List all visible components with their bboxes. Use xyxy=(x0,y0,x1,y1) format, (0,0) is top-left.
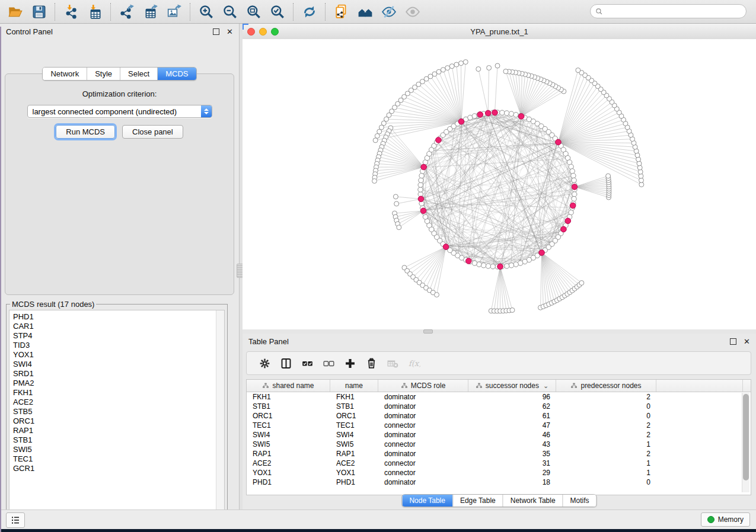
zoom-fit-icon xyxy=(246,4,261,20)
table-scrollbar[interactable] xyxy=(742,393,749,492)
table-row[interactable]: YOX1YOX1connector291 xyxy=(247,468,751,477)
cell: PHD1 xyxy=(247,478,330,486)
table-row[interactable]: TEC1TEC1connector472 xyxy=(247,421,751,430)
status-bar: Memory xyxy=(0,509,756,529)
network-from-selection-button[interactable] xyxy=(330,2,353,22)
table-row[interactable]: FKH1FKH1dominator962 xyxy=(247,392,751,402)
column-header-predecessor-nodes[interactable]: predecessor nodes xyxy=(556,380,656,392)
mcds-list-scrollbar[interactable] xyxy=(216,310,224,517)
table-row[interactable]: STB1STB1dominator620 xyxy=(247,402,751,411)
cell: YOX1 xyxy=(247,469,330,477)
splitter-grip[interactable] xyxy=(423,329,433,334)
column-label: MCDS role xyxy=(411,382,446,390)
mcds-result-item[interactable]: YOX1 xyxy=(13,350,224,360)
mcds-result-title: MCDS result (17 nodes) xyxy=(10,300,96,309)
mcds-result-item[interactable]: PMA2 xyxy=(13,379,224,388)
close-panel-button[interactable]: Close panel xyxy=(122,125,183,139)
close-panel-icon[interactable]: ✕ xyxy=(227,28,233,36)
show-all-networks-icon xyxy=(358,4,373,20)
cell: 0 xyxy=(556,402,656,411)
tab-mcds[interactable]: MCDS xyxy=(157,68,196,80)
tab-select[interactable]: Select xyxy=(120,68,157,80)
table-row[interactable]: SWI5SWI5connector431 xyxy=(247,440,751,449)
open-session-button[interactable] xyxy=(4,2,27,22)
task-history-button[interactable] xyxy=(6,512,25,528)
deselect-all-columns-button[interactable] xyxy=(319,354,338,372)
mcds-result-item[interactable]: STP4 xyxy=(13,331,224,341)
minimize-window-icon[interactable] xyxy=(259,28,267,36)
import-table-button[interactable] xyxy=(83,2,107,22)
float-panel-icon[interactable] xyxy=(730,338,736,345)
mcds-result-item[interactable]: ORC1 xyxy=(13,416,224,426)
select-all-columns-button[interactable] xyxy=(298,354,317,372)
hide-selected-button[interactable] xyxy=(377,2,401,22)
tab-network[interactable]: Network xyxy=(43,68,87,80)
table-row[interactable]: ORC1ORC1dominator610 xyxy=(247,411,751,421)
table-row[interactable]: RAP1RAP1dominator352 xyxy=(247,449,751,459)
run-mcds-button[interactable]: Run MCDS xyxy=(56,125,115,139)
create-column-button[interactable] xyxy=(340,354,359,372)
zoom-in-button[interactable] xyxy=(194,2,218,22)
mcds-result-item[interactable]: RAP1 xyxy=(13,426,224,435)
tab-node-table[interactable]: Node Table xyxy=(402,495,452,507)
column-header-mcds-role[interactable]: MCDS role xyxy=(378,380,468,392)
table-settings-button[interactable] xyxy=(255,354,274,372)
optimization-criterion-select[interactable]: largest connected component (undirected) xyxy=(27,105,212,118)
export-network-button[interactable] xyxy=(115,2,139,22)
import-network-button[interactable] xyxy=(59,2,83,22)
export-table-button[interactable] xyxy=(139,2,162,22)
search-input[interactable] xyxy=(606,7,741,16)
cell: STB1 xyxy=(330,402,378,411)
tab-motifs[interactable]: Motifs xyxy=(563,495,596,507)
table-row[interactable]: ACE2ACE2connector311 xyxy=(247,459,751,468)
show-hidden-button[interactable] xyxy=(401,2,425,22)
zoom-selected-button[interactable] xyxy=(266,2,289,22)
export-image-button[interactable] xyxy=(162,2,186,22)
cell: FKH1 xyxy=(330,393,378,401)
export-network-icon xyxy=(119,4,135,20)
zoom-out-button[interactable] xyxy=(218,2,242,22)
mcds-result-item[interactable]: CAR1 xyxy=(13,322,224,331)
mcds-result-item[interactable]: FKH1 xyxy=(13,388,224,398)
column-header-name[interactable]: name xyxy=(330,380,378,392)
scrollbar-thumb[interactable] xyxy=(743,394,749,480)
mcds-result-item[interactable]: TEC1 xyxy=(13,454,224,464)
show-all-networks-button[interactable] xyxy=(353,2,377,22)
list-icon xyxy=(11,515,20,525)
column-panes-button[interactable] xyxy=(276,354,295,372)
mcds-result-item[interactable]: SWI5 xyxy=(13,445,224,454)
column-label: shared name xyxy=(272,382,314,390)
close-panel-icon[interactable]: ✕ xyxy=(744,338,750,345)
tab-edge-table[interactable]: Edge Table xyxy=(452,495,503,507)
network-canvas[interactable] xyxy=(243,39,756,329)
tab-network-table[interactable]: Network Table xyxy=(503,495,563,507)
svg-text:f(x): f(x) xyxy=(408,358,420,367)
horizontal-splitter[interactable] xyxy=(243,329,756,334)
zoom-window-icon[interactable] xyxy=(271,28,279,36)
mcds-result-item[interactable]: TID3 xyxy=(13,341,224,350)
memory-button[interactable]: Memory xyxy=(701,512,750,527)
column-header-shared-name[interactable]: shared name xyxy=(247,380,330,392)
column-header-empty[interactable] xyxy=(656,380,743,392)
search-icon xyxy=(595,8,603,15)
float-panel-icon[interactable] xyxy=(213,28,219,35)
network-graph xyxy=(243,39,756,329)
create-column-icon xyxy=(344,357,356,370)
mcds-result-item[interactable]: GCR1 xyxy=(13,464,224,473)
table-row[interactable]: PHD1PHD1dominator180 xyxy=(247,477,751,487)
mcds-result-item[interactable]: SWI4 xyxy=(13,360,224,369)
zoom-fit-button[interactable] xyxy=(242,2,266,22)
table-row[interactable]: SWI4SWI4dominator462 xyxy=(247,430,751,440)
mcds-result-item[interactable]: STB5 xyxy=(13,407,224,416)
table-tabs: Node TableEdge TableNetwork TableMotifs xyxy=(401,494,596,507)
tab-style[interactable]: Style xyxy=(87,68,120,80)
apply-layout-button[interactable] xyxy=(298,2,321,22)
delete-column-button[interactable] xyxy=(362,354,381,372)
mcds-result-item[interactable]: SRD1 xyxy=(13,369,224,379)
zoom-out-icon xyxy=(222,4,238,20)
mcds-result-item[interactable]: STB1 xyxy=(13,435,224,445)
save-session-button[interactable] xyxy=(27,2,51,22)
mcds-result-item[interactable]: PHD1 xyxy=(13,312,224,322)
column-header-successor-nodes[interactable]: successor nodes⌄ xyxy=(468,380,556,392)
mcds-result-item[interactable]: ACE2 xyxy=(13,398,224,407)
